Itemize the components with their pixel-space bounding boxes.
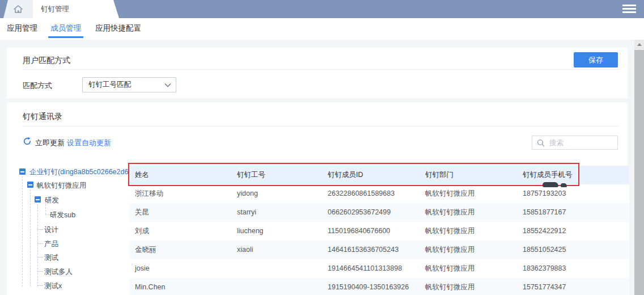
cell-name: 刘成 (135, 222, 149, 241)
table-row[interactable]: 金晓丽 xiaoli 146416153636705243 帆软钉钉微应用 18… (129, 241, 629, 260)
contacts-section-title: 钉钉通讯录 (23, 112, 62, 122)
search-icon (537, 139, 545, 147)
search-input[interactable] (548, 138, 613, 148)
cell-dept: 帆软钉钉微应用 (425, 241, 475, 259)
tree-collapse-icon[interactable] (27, 182, 33, 188)
cell-phone: 15851877167 (523, 203, 566, 222)
cell-dept: 帆软钉钉微应用 (425, 278, 475, 295)
tree-branch (37, 257, 43, 258)
tree-node-rd-sub[interactable]: 研发sub (50, 210, 75, 220)
cell-name: josie (135, 259, 150, 278)
table-row[interactable]: 浙江移动 yidong 26322860861589683 帆软钉钉微应用 18… (129, 184, 629, 204)
cell-phone: 15751774347 (523, 278, 566, 295)
tab-app-quick-config[interactable]: 应用快捷配置 (95, 18, 141, 38)
match-mode-select-value: 钉钉工号匹配 (88, 80, 131, 90)
col-account: 钉钉工号 (237, 166, 265, 184)
cell-member-id: 1150196840676600 (328, 222, 390, 241)
tree-guide-line (37, 204, 38, 286)
window-tab-title: 钉钉管理 (41, 5, 69, 14)
tree-branch (37, 285, 43, 286)
tree-branch (45, 214, 49, 215)
home-icon (13, 5, 23, 14)
cell-name: Min.Chen (135, 278, 166, 295)
match-section-title: 用户匹配方式 (23, 56, 70, 66)
tree-node-test-multi[interactable]: 测试多人 (44, 267, 73, 277)
chevron-down-icon (164, 83, 171, 87)
match-mode-select[interactable]: 钉钉工号匹配 (82, 77, 176, 92)
cursor-artifact (561, 183, 567, 187)
cell-member-id: 26322860861589683 (328, 184, 395, 203)
department-tree: 企业钉钉(ding8a8b5c0266e2d68 帆软钉钉微应用 研发 研发su… (0, 159, 129, 295)
refresh-icon[interactable] (23, 137, 33, 147)
hamburger-menu-icon[interactable] (622, 5, 636, 14)
cell-member-id: 1914664541101313898 (328, 259, 402, 278)
tree-node-fanruan-app[interactable]: 帆软钉钉微应用 (37, 181, 87, 191)
cell-account: xiaoli (237, 241, 253, 259)
tree-node-test[interactable]: 测试 (44, 253, 58, 263)
cell-member-id: 1915190409-1350163926 (328, 278, 409, 295)
cell-dept: 帆软钉钉微应用 (425, 222, 475, 241)
tree-guide-line (22, 176, 23, 286)
tree-collapse-icon[interactable] (35, 196, 41, 203)
col-member-id: 钉钉成员ID (328, 166, 363, 184)
table-row[interactable]: 关昆 starryi 0662602953672499 帆软钉钉微应用 1585… (129, 203, 629, 222)
match-mode-label: 匹配方式 (23, 81, 52, 91)
cell-dept: 帆软钉钉微应用 (425, 203, 475, 222)
col-dept: 钉钉部门 (425, 166, 454, 184)
cell-account: starryi (237, 203, 256, 222)
cursor-artifact (543, 182, 558, 187)
tab-app-management[interactable]: 应用管理 (7, 18, 37, 38)
auto-update-settings-link[interactable]: 设置自动更新 (67, 138, 111, 148)
cell-dept: 帆软钉钉微应用 (425, 259, 475, 278)
home-tab[interactable] (3, 0, 33, 18)
tree-branch (37, 243, 43, 244)
window-tab[interactable]: 钉钉管理 (33, 0, 119, 18)
active-tab-underline (48, 36, 83, 38)
cell-phone: 18362379883 (523, 259, 566, 278)
table-row[interactable]: josie 1914664541101313898 帆软钉钉微应用 183623… (129, 259, 629, 279)
table-row[interactable]: 刘成 liucheng 1150196840676600 帆软钉钉微应用 185… (129, 222, 629, 241)
cell-account: yidong (237, 184, 258, 203)
tree-node-test-x[interactable]: 测试x (44, 281, 62, 291)
tree-node-rd[interactable]: 研发 (45, 196, 59, 205)
tab-member-management[interactable]: 成员管理 (50, 18, 81, 38)
tree-guide-line (45, 204, 46, 214)
save-button[interactable]: 保存 (574, 52, 618, 68)
search-box (532, 136, 618, 150)
table-row[interactable]: Min.Chen 1915190409-1350163926 帆软钉钉微应用 1… (129, 278, 629, 295)
cell-dept: 帆软钉钉微应用 (425, 184, 475, 203)
cell-account: liucheng (237, 222, 264, 241)
section-divider-2 (23, 126, 619, 127)
cell-phone: 18552422912 (523, 222, 566, 241)
section-divider (23, 69, 619, 70)
update-now-link[interactable]: 立即更新 (35, 138, 65, 148)
tree-branch (37, 229, 43, 230)
tree-node-root[interactable]: 企业钉钉(ding8a8b5c0266e2d68 (29, 167, 129, 177)
tree-branch (37, 271, 43, 272)
scrollbar-thumb[interactable] (634, 50, 644, 295)
tree-guide-line (30, 189, 31, 286)
cell-name: 浙江移动 (135, 184, 163, 203)
nav-tabs: 应用管理 成员管理 应用快捷配置 (0, 18, 644, 40)
cell-name: 金晓丽 (135, 241, 156, 259)
top-bar: 钉钉管理 (0, 0, 644, 18)
cell-name: 关昆 (135, 203, 149, 222)
tree-collapse-icon[interactable] (19, 168, 26, 175)
col-name: 姓名 (135, 166, 149, 184)
match-section-card: 用户匹配方式 保存 匹配方式 钉钉工号匹配 (7, 48, 628, 98)
cell-member-id: 146416153636705243 (328, 241, 399, 259)
cell-phone: 18551052425 (523, 241, 566, 259)
scrollbar-up-button[interactable] (634, 40, 644, 49)
tree-node-design[interactable]: 设计 (44, 225, 58, 235)
scroll-up-arrow-icon (637, 43, 642, 46)
cell-member-id: 0662602953672499 (328, 203, 391, 222)
tree-node-product[interactable]: 产品 (44, 239, 58, 249)
